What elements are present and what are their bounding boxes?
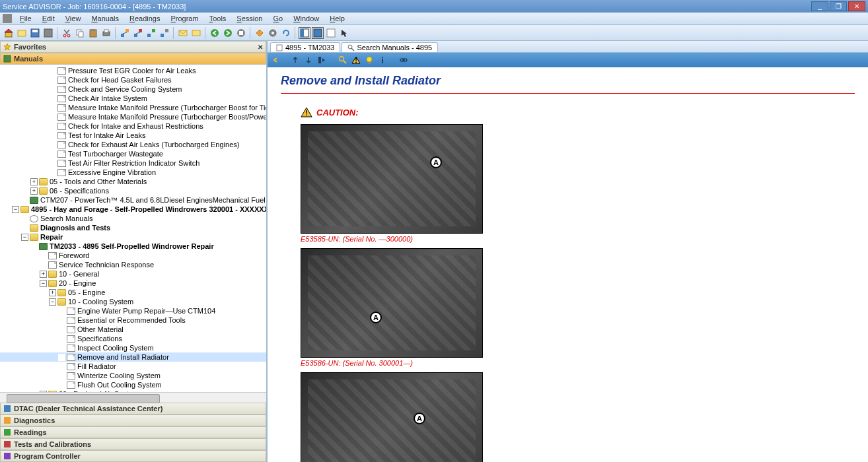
tb-open-icon[interactable] bbox=[16, 27, 28, 39]
expander-icon[interactable]: − bbox=[40, 280, 47, 287]
favorites-header[interactable]: Favorites ✕ bbox=[0, 41, 266, 53]
expander-icon[interactable]: − bbox=[21, 234, 28, 241]
expander-icon[interactable]: − bbox=[49, 298, 56, 306]
tree-node[interactable]: Remove and Install Radiator bbox=[0, 352, 266, 362]
menu-window[interactable]: Window bbox=[288, 15, 324, 22]
tree-node[interactable]: −4895 - Hay and Forage - Self-Propelled … bbox=[0, 205, 266, 214]
tree-node[interactable]: Search Manuals bbox=[0, 214, 266, 223]
tree-node[interactable]: Check for Exhaust Air Leaks (Turbocharge… bbox=[0, 140, 266, 149]
tree-node[interactable]: +06 - Specifications bbox=[0, 186, 266, 195]
tree-node[interactable]: −10 - Cooling System bbox=[0, 297, 266, 306]
tb-copy-icon[interactable] bbox=[74, 27, 86, 39]
close-button[interactable]: ✕ bbox=[848, 1, 865, 11]
tree-node[interactable]: Essential or Recommended Tools bbox=[0, 315, 266, 325]
tree-node[interactable]: Check for Head Gasket Failures bbox=[0, 75, 266, 84]
menu-tools[interactable]: Tools bbox=[204, 15, 232, 22]
pane-close-icon[interactable]: ✕ bbox=[258, 44, 263, 51]
menu-edit[interactable]: Edit bbox=[37, 15, 60, 22]
rt-nav-icon[interactable] bbox=[316, 55, 327, 65]
tab-search[interactable]: Search Manuals - 4895 bbox=[342, 42, 438, 52]
minimize-button[interactable]: _ bbox=[811, 1, 828, 11]
expander-icon[interactable]: + bbox=[40, 271, 47, 278]
menu-session[interactable]: Session bbox=[231, 15, 268, 22]
rt-idea-icon[interactable] bbox=[364, 55, 375, 65]
expander-icon[interactable]: + bbox=[49, 289, 56, 296]
tb-view1-icon[interactable] bbox=[299, 27, 310, 39]
rt-down-icon[interactable] bbox=[303, 55, 314, 65]
menu-program[interactable]: Program bbox=[165, 15, 203, 22]
tree-node[interactable]: Check Air Intake System bbox=[0, 94, 266, 103]
expander-icon[interactable]: + bbox=[30, 187, 38, 195]
tree-node[interactable]: Pressure Test EGR Cooler for Air Leaks bbox=[0, 66, 266, 75]
tree-node[interactable]: Fill Radiator bbox=[0, 362, 266, 371]
tree-node[interactable]: CTM207 - PowerTech™ 4.5L and 6.8LDiesel … bbox=[0, 195, 266, 205]
expander-icon[interactable]: + bbox=[30, 178, 38, 185]
tb-view3-icon[interactable] bbox=[325, 27, 337, 39]
tree-node[interactable]: Foreword bbox=[0, 251, 266, 260]
tree-node[interactable]: Excessive Engine Vibration bbox=[0, 168, 266, 177]
tree-node[interactable]: Flush Out Cooling System bbox=[0, 380, 266, 389]
tb-mail2-icon[interactable] bbox=[190, 27, 202, 39]
expander-icon[interactable]: − bbox=[12, 206, 19, 213]
accordion-diagnostics[interactable]: Diagnostics bbox=[0, 414, 266, 426]
tree-node[interactable]: Test Air Filter Restriction Indicator Sw… bbox=[0, 158, 266, 168]
tb-cursor-icon[interactable] bbox=[338, 27, 350, 39]
rt-up-icon[interactable] bbox=[290, 55, 301, 65]
tb-connect4-icon[interactable] bbox=[159, 27, 170, 39]
tree-node[interactable]: Test for Intake Air Leaks bbox=[0, 131, 266, 140]
tb-mail-icon[interactable] bbox=[177, 27, 189, 39]
rt-info-icon[interactable] bbox=[377, 55, 388, 65]
tb-paste-icon[interactable] bbox=[87, 27, 99, 39]
tb-cut-icon[interactable] bbox=[61, 27, 73, 39]
tb-print-icon[interactable] bbox=[100, 27, 112, 39]
tb-connect1-icon[interactable] bbox=[119, 27, 131, 39]
tree-node[interactable]: +05 - Tools and Other Materials bbox=[0, 177, 266, 186]
tb-connect3-icon[interactable] bbox=[145, 27, 157, 39]
maximize-button[interactable]: ❐ bbox=[830, 1, 847, 11]
tree-node[interactable]: Diagnosis and Tests bbox=[0, 223, 266, 232]
tree-node[interactable]: Inspect Cooling System bbox=[0, 343, 266, 352]
tb-gear-icon[interactable] bbox=[267, 27, 279, 39]
tb-stop-icon[interactable] bbox=[235, 27, 247, 39]
tree-node[interactable]: Engine Water Pump Repair—Use CTM104 bbox=[0, 306, 266, 315]
tree-node[interactable]: Check and Service Cooling System bbox=[0, 84, 266, 94]
tree-node[interactable]: −Repair bbox=[0, 232, 266, 242]
tb-connect2-icon[interactable] bbox=[132, 27, 144, 39]
menu-go[interactable]: Go bbox=[268, 15, 288, 22]
tb-diamond-icon[interactable] bbox=[254, 27, 266, 39]
menu-help[interactable]: Help bbox=[324, 15, 350, 22]
manuals-header[interactable]: Manuals bbox=[0, 53, 266, 65]
tb-forward-icon[interactable] bbox=[222, 27, 234, 39]
content-area[interactable]: Remove and Install Radiator ! CAUTION: A… bbox=[268, 67, 868, 462]
tree-node[interactable]: +10 - General bbox=[0, 269, 266, 279]
tree-node[interactable]: Test Turbocharger Wastegate bbox=[0, 149, 266, 158]
tb-save-icon[interactable] bbox=[29, 27, 41, 39]
tree-node[interactable]: Measure Intake Manifold Pressure (Turboc… bbox=[0, 112, 266, 121]
tree-node[interactable]: +05 - Engine bbox=[0, 288, 266, 297]
tree-node[interactable]: Service Technician Response bbox=[0, 260, 266, 269]
accordion-dtac-dealer-technical-assistance-center-[interactable]: DTAC (Dealer Technical Assistance Center… bbox=[0, 403, 266, 414]
tb-home-icon[interactable] bbox=[3, 27, 15, 39]
tb-refresh-icon[interactable] bbox=[280, 27, 292, 39]
tree-node[interactable]: Specifications bbox=[0, 334, 266, 343]
horizontal-scrollbar[interactable] bbox=[0, 392, 266, 403]
tree-node[interactable]: Check for Intake and Exhaust Restriction… bbox=[0, 121, 266, 131]
tb-disk-icon[interactable] bbox=[42, 27, 54, 39]
tree-container[interactable]: Pressure Test EGR Cooler for Air LeaksCh… bbox=[0, 65, 266, 392]
tab-manual[interactable]: 4895 - TM2033 bbox=[270, 42, 340, 52]
tree-node[interactable]: Winterize Cooling System bbox=[0, 371, 266, 380]
menu-manuals[interactable]: Manuals bbox=[86, 15, 124, 22]
accordion-readings[interactable]: Readings bbox=[0, 426, 266, 438]
menu-file[interactable]: File bbox=[15, 15, 37, 22]
accordion-tests-and-calibrations[interactable]: Tests and Calibrations bbox=[0, 438, 266, 450]
rt-link-icon[interactable] bbox=[398, 55, 409, 65]
tree-node[interactable]: −20 - Engine bbox=[0, 279, 266, 288]
menu-view[interactable]: View bbox=[60, 15, 87, 22]
accordion-program-controller[interactable]: Program Controller bbox=[0, 450, 266, 462]
tree-node[interactable]: Measure Intake Manifold Pressure (Turboc… bbox=[0, 103, 266, 112]
rt-back-icon[interactable] bbox=[270, 55, 281, 65]
tb-back-icon[interactable] bbox=[209, 27, 221, 39]
rt-warning-icon[interactable]: ! bbox=[351, 55, 361, 65]
tree-node[interactable]: Other Material bbox=[0, 325, 266, 334]
tb-view2-icon[interactable] bbox=[312, 27, 324, 39]
